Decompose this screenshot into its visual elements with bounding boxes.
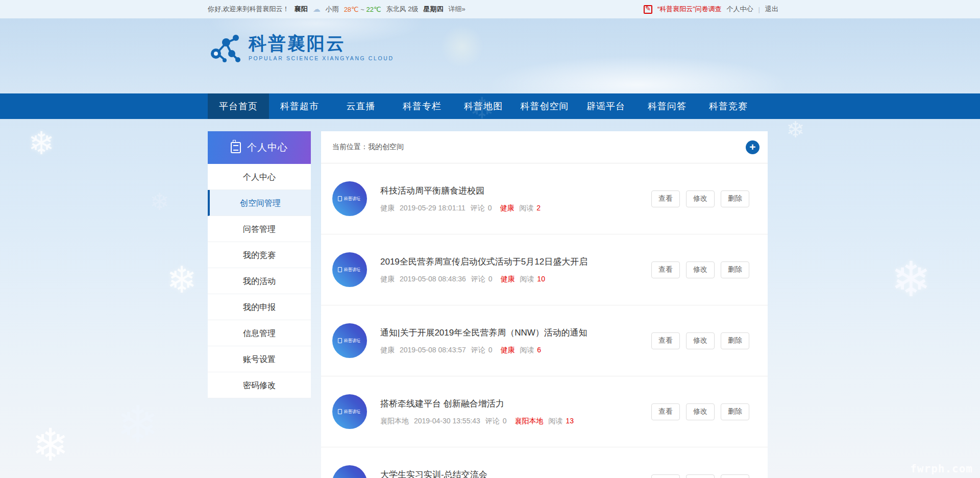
article-info: 科技活动周平衡膳食进校园 健康 2019-05-29 18:01:11 评论0 … (380, 185, 547, 213)
nav-item-label: 云直播 (347, 101, 376, 111)
sidebar-item[interactable]: 我的申报 (208, 294, 311, 320)
nav-item[interactable]: 科普创空间 (514, 93, 575, 119)
nav-item[interactable]: 科普问答 (636, 93, 698, 119)
view-button[interactable]: 查看 (651, 332, 680, 349)
delete-button[interactable]: 删除 (721, 474, 749, 478)
article-title[interactable]: 科技活动周平衡膳食进校园 (380, 185, 547, 197)
weather-icon: ☁ (313, 5, 321, 14)
weather-wind: 东北风 2级 (386, 5, 419, 14)
sidebar: 个人中心 个人中心 创空间管理 问答管理 我的竞赛 我的活动 我的申报 (208, 131, 311, 398)
sidebar-item[interactable]: 我的竞赛 (208, 242, 311, 268)
article-row: 科普讲坛 搭桥牵线建平台 创新融合增活力 襄阳本地 2019-04-30 13:… (321, 376, 768, 447)
molecule-logo-icon (209, 31, 241, 64)
weather-condition: 小雨 (326, 5, 339, 14)
nav-item[interactable]: 科普专栏 (391, 93, 453, 119)
sidebar-item[interactable]: 账号设置 (208, 346, 311, 372)
article-avatar: 科普讲坛 (332, 323, 367, 358)
temp-low: 22℃ (366, 6, 381, 13)
site-header: 科普襄阳云 POPULAR SCIENCE XIANGYANG CLOUD (0, 18, 980, 93)
edit-button[interactable]: 修改 (686, 261, 715, 278)
article-title[interactable]: 2019全民营养周宣传启动仪式活动于5月12日盛大开启 (380, 256, 587, 268)
nav-item[interactable]: 辟谣平台 (575, 93, 636, 119)
article-datetime: 2019-05-08 08:48:36 (400, 275, 466, 283)
article-datetime: 2019-04-30 13:55:43 (414, 417, 480, 425)
article-actions: 查看 修改 删除 (645, 474, 749, 478)
sidebar-item-label: 我的活动 (243, 277, 276, 285)
logout-link[interactable]: 退出 (765, 5, 778, 14)
article-reads: 阅读6 (520, 346, 544, 354)
sidebar-item[interactable]: 问答管理 (208, 216, 311, 242)
snowflake-decoration (28, 128, 55, 159)
delete-button[interactable]: 删除 (721, 190, 749, 207)
city-label: 襄阳 (295, 5, 308, 14)
nav-item-label: 科普问答 (648, 101, 687, 111)
edit-button[interactable]: 修改 (686, 403, 715, 420)
nav-item[interactable]: 科普竞赛 (698, 93, 759, 119)
snowflake-decoration (891, 255, 932, 304)
nav-items: 平台首页 科普超市 云直播 科普专栏 科普地图 科普创空间 辟谣平台 (208, 93, 980, 119)
avatar-clipboard-icon (338, 196, 342, 201)
article-actions: 查看 修改 删除 (645, 190, 749, 207)
article-tag: 健康 (500, 346, 514, 354)
greeting-text: 你好,欢迎来到科普襄阳云！ (208, 5, 289, 14)
topbar-right: “科普襄阳云”问卷调查 个人中心 | 退出 (639, 5, 778, 14)
view-button[interactable]: 查看 (651, 261, 680, 278)
view-button[interactable]: 查看 (651, 474, 680, 478)
article-category: 健康 (380, 204, 395, 212)
article-title[interactable]: 搭桥牵线建平台 创新融合增活力 (380, 398, 580, 410)
nav-item[interactable]: 科普地图 (453, 93, 514, 119)
article-row: 科普讲坛 大学生实习实训-总结交流会 评论 阅读 查看 修改 删除 (321, 447, 768, 478)
temp-tilde: ~ (360, 6, 364, 13)
snowflake-decoration (166, 261, 197, 298)
sidebar-item[interactable]: 密码修改 (208, 372, 311, 398)
watermark: fwrph.com (910, 463, 973, 475)
sidebar-item[interactable]: 个人中心 (208, 164, 311, 190)
article-avatar: 科普讲坛 (332, 394, 367, 429)
nav-item[interactable]: 云直播 (330, 93, 391, 119)
article-avatar: 科普讲坛 (332, 465, 367, 478)
delete-button[interactable]: 删除 (721, 403, 749, 420)
article-category: 健康 (380, 346, 395, 354)
article-reads: 阅读2 (519, 204, 544, 212)
article-info: 大学生实习实训-总结交流会 评论 阅读 (380, 469, 487, 478)
article-info: 2019全民营养周宣传启动仪式活动于5月12日盛大开启 健康 2019-05-0… (380, 256, 587, 284)
logo-subtitle: POPULAR SCIENCE XIANGYANG CLOUD (249, 55, 394, 61)
edit-button[interactable]: 修改 (686, 190, 715, 207)
nav-item-label: 科普创空间 (521, 101, 569, 111)
sidebar-item[interactable]: 信息管理 (208, 320, 311, 346)
sidebar-item[interactable]: 我的活动 (208, 268, 311, 294)
view-button[interactable]: 查看 (651, 190, 680, 207)
snowflake-decoration (786, 118, 805, 141)
nav-item[interactable]: 平台首页 (208, 93, 269, 119)
sidebar-header-label: 个人中心 (247, 141, 288, 154)
delete-button[interactable]: 删除 (721, 261, 749, 278)
view-button[interactable]: 查看 (651, 403, 680, 420)
user-center-link[interactable]: 个人中心 (727, 5, 753, 14)
weekday-label: 星期四 (423, 5, 443, 14)
nav-item[interactable]: 科普超市 (269, 93, 330, 119)
edit-button[interactable]: 修改 (686, 332, 715, 349)
article-comments: 评论0 (485, 417, 510, 425)
article-category: 襄阳本地 (380, 417, 409, 425)
weather-detail-link[interactable]: 详细» (448, 5, 465, 14)
article-title[interactable]: 通知|关于开展2019年全民营养周（NNW）活动的通知 (380, 327, 587, 339)
clipboard-icon (231, 142, 241, 153)
survey-icon (644, 5, 652, 14)
edit-button[interactable]: 修改 (686, 474, 715, 478)
snowflake-decoration (116, 399, 159, 450)
add-button[interactable]: + (746, 140, 760, 154)
article-row: 科普讲坛 2019全民营养周宣传启动仪式活动于5月12日盛大开启 健康 2019… (321, 234, 768, 305)
article-comments: 评论0 (471, 346, 496, 354)
site-logo[interactable]: 科普襄阳云 POPULAR SCIENCE XIANGYANG CLOUD (209, 31, 394, 64)
sidebar-item[interactable]: 创空间管理 (208, 190, 311, 216)
nav-item-label: 科普地图 (464, 101, 503, 111)
avatar-label: 科普讲坛 (344, 338, 360, 344)
delete-button[interactable]: 删除 (721, 332, 749, 349)
article-title[interactable]: 大学生实习实训-总结交流会 (380, 469, 487, 478)
article-datetime: 2019-05-08 08:43:57 (400, 346, 466, 354)
sidebar-item-label: 密码修改 (243, 381, 276, 390)
article-row: 科普讲坛 通知|关于开展2019年全民营养周（NNW）活动的通知 健康 2019… (321, 305, 768, 376)
avatar-label: 科普讲坛 (344, 267, 360, 273)
survey-link[interactable]: “科普襄阳云”问卷调查 (657, 5, 722, 14)
article-avatar: 科普讲坛 (332, 252, 367, 287)
